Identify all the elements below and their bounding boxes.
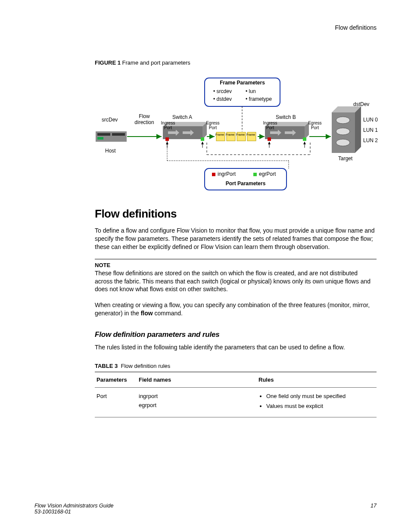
- switch-a-label: Switch A: [172, 114, 192, 120]
- svg-point-31: [336, 139, 350, 146]
- table-caption: TABLE 3 Flow definition rules: [95, 363, 377, 369]
- para2-bold: flow: [141, 310, 153, 317]
- rules-table: Parameters Field names Rules Port ingrpo…: [95, 372, 377, 417]
- frame-4: Frame: [246, 133, 256, 136]
- subsection-heading: Flow definition parameters and rules: [95, 330, 377, 339]
- ingrport-label: ingrPort: [218, 171, 236, 177]
- page-number: 17: [371, 503, 377, 509]
- footer-line1: Flow Vision Administrators Guide: [34, 503, 113, 509]
- table-title: Flow definition rules: [121, 363, 170, 369]
- svg-rect-19: [268, 137, 271, 141]
- frame-1: Frame: [215, 133, 225, 136]
- svg-rect-42: [212, 173, 215, 176]
- para2-pre: When creating or viewing a flow, you can…: [95, 302, 370, 317]
- th-parameters: Parameters: [95, 372, 137, 388]
- figure-title: Frame and port parameters: [122, 59, 190, 66]
- field2: egrport: [139, 402, 156, 408]
- rule1: One field only must be specified: [266, 392, 375, 401]
- rule2: Values must be explicit: [266, 402, 375, 411]
- fp-item-1: lun: [249, 88, 256, 94]
- lun2-label: LUN 2: [363, 137, 378, 143]
- frame-3: Frame: [235, 133, 246, 136]
- note-head: NOTE: [95, 262, 377, 268]
- table-label: TABLE 3: [95, 363, 118, 369]
- figure-caption: FIGURE 1 Frame and port parameters: [95, 59, 377, 66]
- table-row: Port ingrport egrport One field only mus…: [95, 388, 377, 417]
- port-params-title: Port Parameters: [205, 180, 286, 187]
- target-label: Target: [338, 156, 352, 162]
- figure-diagram: Frame Parameters • srcdev • lun • dstdev…: [95, 75, 377, 195]
- svg-point-30: [336, 128, 350, 135]
- flow-direction-label: Flow direction: [131, 113, 157, 125]
- egrport-label: egrPort: [259, 171, 276, 177]
- frame-params-title: Frame Parameters: [205, 80, 280, 86]
- td-rules: One field only must be specified Values …: [257, 388, 377, 417]
- svg-marker-28: [355, 106, 361, 153]
- fp-item-2: dstdev: [217, 96, 232, 102]
- lun0-label: LUN 0: [363, 117, 378, 123]
- svg-rect-22: [96, 131, 127, 142]
- section-para3: The rules listed in the following table …: [95, 343, 377, 352]
- frame-2: Frame: [225, 133, 235, 136]
- para2-post: command.: [153, 310, 183, 317]
- th-rules: Rules: [257, 372, 377, 388]
- fp-item-3: frametype: [249, 96, 272, 102]
- th-fieldnames: Field names: [137, 372, 257, 388]
- svg-rect-43: [253, 173, 257, 176]
- note-rule: [95, 259, 377, 259]
- svg-rect-20: [201, 137, 204, 141]
- section-heading: Flow definitions: [95, 207, 377, 221]
- ingress-a: Ingress Port: [159, 121, 177, 130]
- svg-point-29: [336, 117, 350, 124]
- section-para2: When creating or viewing a flow, you can…: [95, 301, 377, 317]
- lun1-label: LUN 1: [363, 127, 378, 133]
- section-para1: To define a flow and configure Flow Visi…: [95, 227, 377, 251]
- svg-rect-25: [97, 137, 103, 140]
- svg-rect-21: [303, 137, 306, 141]
- ingress-b: Ingress Port: [262, 121, 279, 130]
- egress-b: Egress Port: [306, 121, 324, 130]
- switch-b-label: Switch B: [276, 114, 296, 120]
- td-fields: ingrport egrport: [137, 388, 257, 417]
- footer-line2: 53-1003168-01: [34, 509, 71, 515]
- fp-item-0: srcdev: [217, 88, 232, 94]
- figure-label: FIGURE 1: [95, 59, 121, 66]
- svg-rect-18: [165, 137, 169, 141]
- running-head: Flow definitions: [335, 24, 377, 31]
- srcdev-label: srcDev: [102, 117, 118, 123]
- dstdev-label: dstDev: [353, 101, 369, 107]
- field1: ingrport: [139, 393, 158, 399]
- td-param: Port: [95, 388, 137, 417]
- svg-rect-24: [112, 133, 125, 136]
- svg-rect-23: [97, 133, 110, 136]
- host-label: Host: [105, 148, 116, 154]
- page-footer: 17 Flow Vision Administrators Guide 53-1…: [34, 503, 377, 515]
- note-body: These flow definitions are stored on the…: [95, 269, 377, 294]
- egress-a: Egress Port: [204, 121, 221, 130]
